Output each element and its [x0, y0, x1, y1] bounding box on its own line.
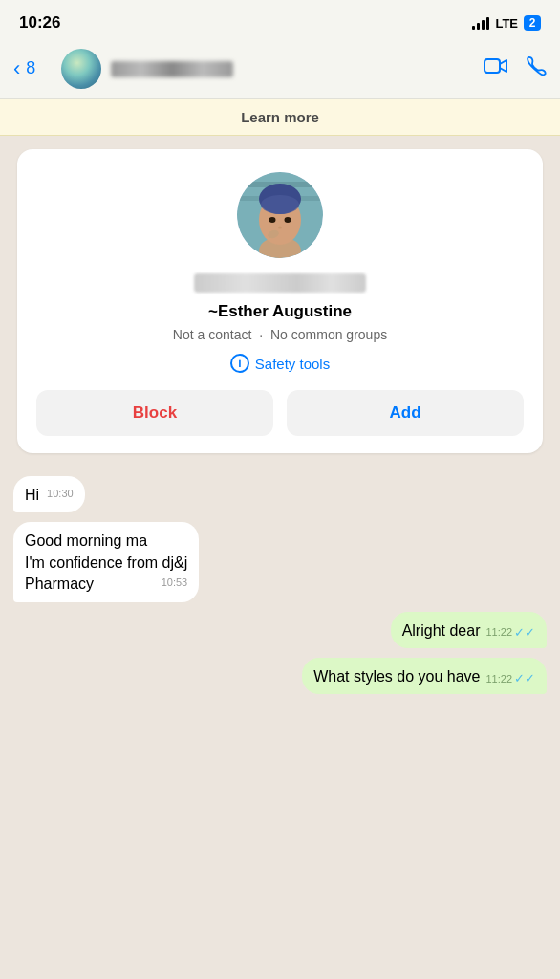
safety-tools-label: Safety tools	[255, 356, 330, 372]
svg-point-9	[269, 217, 276, 223]
profile-display-name: ~Esther Augustine	[208, 302, 352, 321]
svg-rect-0	[485, 59, 500, 73]
double-checkmark-icon: ✓✓	[514, 624, 535, 642]
back-count: 8	[26, 58, 35, 78]
message-row: Hi 10:30	[13, 476, 547, 512]
block-button[interactable]: Block	[36, 390, 273, 436]
common-groups-label: No common groups	[270, 327, 387, 342]
signal-bars-icon	[472, 16, 489, 30]
outgoing-bubble: Alright dear 11:22 ✓✓	[391, 612, 547, 648]
svg-point-10	[285, 217, 291, 223]
message-text: Hi	[25, 487, 39, 503]
incoming-bubble: Hi 10:30	[13, 476, 85, 512]
message-row: Good morning maI'm confidence from dj&jP…	[13, 522, 547, 601]
profile-avatar	[237, 172, 323, 258]
notification-badge: 2	[524, 15, 541, 31]
back-button[interactable]: ‹ 8	[13, 56, 61, 81]
outgoing-bubble: What styles do you have 11:22 ✓✓	[302, 658, 547, 694]
svg-point-8	[261, 195, 299, 214]
incoming-bubble: Good morning maI'm confidence from dj&jP…	[13, 522, 199, 601]
message-time: 11:22	[485, 672, 512, 686]
profile-card: ~Esther Augustine Not a contact · No com…	[17, 149, 543, 453]
nav-bar: ‹ 8 +2••700•••••00	[0, 42, 560, 99]
message-time: 10:30	[47, 487, 74, 501]
contact-avatar[interactable]	[61, 49, 101, 89]
message-text: What styles do you have	[313, 666, 480, 687]
contact-name-area[interactable]: +2••700•••••00	[111, 59, 484, 78]
learn-more-banner[interactable]: Learn more	[0, 99, 560, 136]
message-text: Alright dear	[402, 620, 481, 642]
status-bar: 10:26 LTE 2	[0, 0, 560, 42]
message-time: 10:53	[162, 576, 188, 590]
dot-separator: ·	[259, 327, 263, 342]
safety-tools-row[interactable]: i Safety tools	[230, 354, 330, 373]
status-icons: LTE 2	[472, 15, 541, 31]
chat-area: Hi 10:30 Good morning maI'm confidence f…	[0, 467, 560, 707]
message-time: 11:22	[485, 625, 512, 640]
profile-phone-blurred	[194, 273, 366, 293]
svg-point-11	[278, 227, 282, 229]
learn-more-label: Learn more	[241, 109, 319, 125]
nav-actions	[484, 55, 547, 82]
profile-actions: Block Add	[36, 390, 524, 436]
add-contact-button[interactable]: Add	[287, 390, 524, 436]
double-checkmark-icon: ✓✓	[514, 670, 535, 687]
info-circle-icon: i	[230, 354, 249, 373]
chevron-left-icon: ‹	[13, 56, 20, 81]
network-type-label: LTE	[495, 16, 518, 31]
video-call-button[interactable]	[484, 56, 508, 81]
message-row: Alright dear 11:22 ✓✓	[13, 612, 547, 648]
phone-call-button[interactable]	[526, 55, 547, 82]
not-a-contact-label: Not a contact	[173, 327, 252, 342]
message-row: What styles do you have 11:22 ✓✓	[13, 658, 547, 694]
contact-name: +2••700•••••00	[111, 59, 484, 78]
profile-status-text: Not a contact · No common groups	[173, 327, 387, 342]
status-time: 10:26	[19, 13, 60, 33]
